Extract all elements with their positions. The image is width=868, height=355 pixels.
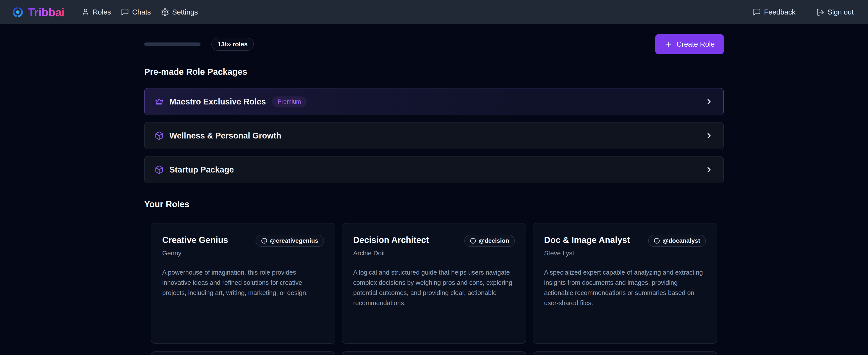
navbar: Tribbai Roles Chats Settings [0, 0, 868, 24]
nav-item-roles[interactable]: Roles [82, 8, 111, 16]
nav-links: Roles Chats Settings [82, 8, 198, 16]
roles-grid-next-row [144, 351, 724, 355]
info-icon [261, 238, 267, 244]
role-title: Doc & Image Analyst [544, 235, 630, 245]
role-subtitle: Steve Lyst [544, 249, 706, 257]
packages-list: Maestro Exclusive Roles Premium Wellness… [144, 88, 724, 183]
role-title: Decision Architect [353, 235, 429, 245]
create-role-button[interactable]: Create Role [655, 34, 724, 54]
plus-icon [664, 40, 672, 48]
role-card-partial[interactable] [533, 351, 717, 355]
role-description: A specialized expert capable of analyzin… [544, 267, 706, 308]
chevron-right-icon [705, 97, 713, 106]
feedback-label: Feedback [764, 8, 796, 16]
package-row-maestro[interactable]: Maestro Exclusive Roles Premium [144, 88, 724, 115]
gear-icon [161, 8, 169, 16]
packages-section-title: Pre-made Role Packages [144, 66, 724, 77]
nav-item-chats[interactable]: Chats [121, 8, 151, 16]
role-handle: @creativegenius [270, 237, 318, 244]
brand-name: Tribbai [28, 5, 65, 19]
chat-bubble-icon [121, 8, 129, 16]
roles-grid: Creative Genius @creativegenius Genny A … [144, 223, 724, 344]
role-description: A powerhouse of imagination, this role p… [162, 267, 324, 298]
role-card-header: Creative Genius @creativegenius [162, 235, 324, 247]
roles-progress-bar [144, 42, 200, 46]
role-handle-badge[interactable]: @creativegenius [255, 235, 324, 247]
info-icon [654, 238, 660, 244]
crown-icon [155, 97, 164, 106]
nav-item-label: Settings [172, 8, 198, 16]
feedback-button[interactable]: Feedback [753, 8, 796, 16]
package-title: Wellness & Personal Growth [169, 131, 281, 141]
role-handle-badge[interactable]: @docanalyst [648, 235, 706, 247]
package-row-wellness[interactable]: Wellness & Personal Growth [144, 122, 724, 149]
nav-item-label: Roles [93, 8, 111, 16]
package-title: Startup Package [169, 165, 234, 175]
main-content: 13/∞ roles Create Role Pre-made Role Pac… [144, 34, 724, 355]
role-card-partial[interactable] [342, 351, 526, 355]
nav-item-label: Chats [132, 8, 151, 16]
premium-badge: Premium [272, 96, 307, 107]
brand[interactable]: Tribbai [12, 5, 65, 19]
role-card-header: Doc & Image Analyst @docanalyst [544, 235, 706, 247]
nav-item-settings[interactable]: Settings [161, 8, 198, 16]
role-subtitle: Genny [162, 249, 324, 257]
role-subtitle: Archie Doit [353, 249, 515, 257]
package-icon [155, 165, 164, 174]
package-title: Maestro Exclusive Roles [169, 97, 266, 107]
role-card-doc-image-analyst[interactable]: Doc & Image Analyst @docanalyst Steve Ly… [533, 223, 717, 344]
role-handle: @docanalyst [662, 237, 700, 244]
role-card-partial[interactable] [151, 351, 335, 355]
info-icon [470, 238, 476, 244]
create-role-label: Create Role [677, 40, 715, 48]
nav-right: Feedback Sign out [753, 8, 854, 16]
sign-out-button[interactable]: Sign out [816, 8, 854, 16]
package-icon [155, 131, 164, 140]
role-description: A logical and structured guide that help… [353, 267, 515, 308]
role-handle-badge[interactable]: @decision [464, 235, 515, 247]
role-title: Creative Genius [162, 235, 228, 245]
your-roles-section-title: Your Roles [144, 199, 724, 209]
sign-out-label: Sign out [828, 8, 854, 16]
roles-count-badge: 13/∞ roles [211, 38, 254, 51]
chevron-right-icon [705, 131, 713, 140]
roles-toolbar: 13/∞ roles Create Role [144, 34, 724, 54]
role-handle: @decision [478, 237, 509, 244]
role-card-decision-architect[interactable]: Decision Architect @decision Archie Doit… [342, 223, 526, 344]
role-card-header: Decision Architect @decision [353, 235, 515, 247]
role-card-creative-genius[interactable]: Creative Genius @creativegenius Genny A … [151, 223, 335, 344]
package-row-startup[interactable]: Startup Package [144, 156, 724, 183]
sign-out-icon [816, 8, 825, 16]
chevron-right-icon [705, 166, 713, 174]
user-icon [82, 8, 90, 16]
chat-bubble-icon [753, 8, 761, 16]
brand-logo-icon [12, 6, 23, 18]
